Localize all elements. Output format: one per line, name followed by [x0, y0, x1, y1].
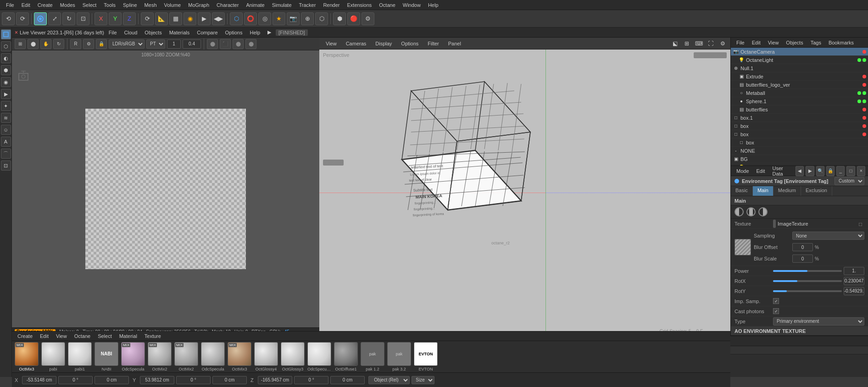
vp-menu-options[interactable]: Options [397, 40, 422, 47]
coord-sx-input[interactable] [95, 376, 129, 384]
lv-menu-help[interactable]: Help [247, 29, 263, 36]
mat-menu-select[interactable]: Select [95, 333, 115, 339]
attr-back-button[interactable]: ◀ [796, 166, 804, 176]
vp-menu-cameras[interactable]: Cameras [342, 40, 370, 47]
lv-lock-button[interactable]: 🔒 [96, 39, 107, 49]
menu-help[interactable]: Help [425, 1, 442, 9]
vp-menu-display[interactable]: Display [372, 40, 395, 47]
lv-menu-options[interactable]: Options [223, 29, 245, 36]
lv-zoom-button[interactable]: ⬤ [28, 39, 39, 49]
lv-box-button[interactable]: ⬛ [220, 39, 231, 49]
menu-character[interactable]: Character [213, 1, 242, 9]
mat-item-octglossy3[interactable]: OctGlossy3 [281, 342, 305, 371]
attr-type-select[interactable]: Primary environment [773, 317, 864, 326]
menu-render[interactable]: Render [320, 1, 343, 9]
obj-row-box1[interactable]: □ box.1 [731, 114, 868, 122]
scale-tool-button[interactable]: ⊡ [77, 12, 89, 25]
vp-menu-view[interactable]: View [322, 40, 340, 47]
mat-menu-create[interactable]: Create [15, 333, 35, 339]
mat-item-nabi[interactable]: NABI NABI [95, 342, 118, 371]
menu-animate[interactable]: Animate [243, 1, 267, 9]
attr-custom-dropdown[interactable]: Custom [835, 177, 864, 185]
vp-camera-front-button[interactable]: ⬕ [670, 39, 680, 49]
obj-row-butterflies-logo[interactable]: ▤ butterflies_logo_ver [731, 81, 868, 89]
attr-blur-offset-input[interactable] [792, 243, 813, 251]
liveviewer-close-button[interactable]: × [15, 29, 18, 36]
menu-spline[interactable]: Spline [120, 1, 140, 9]
mat-menu-view[interactable]: View [53, 333, 70, 339]
attr-icon-right[interactable] [758, 207, 768, 216]
menu-modes[interactable]: Modes [57, 1, 78, 9]
viewport-canvas[interactable]: Perspective OctC. Camera Move → Grid Spa… [319, 50, 730, 336]
sidebar-scene-button[interactable]: ⬡ [1, 41, 11, 51]
attr-sampling-select[interactable]: None [792, 232, 864, 240]
menu-window[interactable]: Window [400, 1, 424, 9]
sidebar-model-button[interactable] [1, 29, 11, 39]
mat-item-octmix2[interactable]: MIX OctMix2 [148, 342, 172, 371]
attr-tab-basic[interactable]: Basic [731, 186, 753, 196]
coord-size-select[interactable]: Size [412, 376, 434, 384]
coord-rx-input[interactable] [58, 376, 93, 384]
texture-preview[interactable] [734, 239, 751, 255]
attr-max-button[interactable]: □ [846, 166, 855, 176]
grid-button[interactable]: ▦ [169, 12, 182, 25]
lv-menu-file[interactable]: File [106, 29, 120, 36]
coord-ry-input[interactable] [176, 376, 211, 384]
octane-icon[interactable] [34, 12, 47, 25]
obj-row-box-b[interactable]: □ box [731, 130, 868, 138]
attr-texture-minimize[interactable]: □ [859, 221, 864, 227]
sidebar-mograph-button[interactable]: ⬢ [1, 65, 11, 75]
obj-row-box-sub[interactable]: □ box [731, 138, 868, 147]
sidebar-motion-button[interactable]: ≋ [1, 113, 11, 123]
attr-roty-input[interactable] [844, 287, 864, 295]
render3-button[interactable]: ◀▶ [212, 12, 225, 25]
mat-item-octmix2b[interactable]: MIX OctMix2 [174, 342, 198, 371]
undo-button[interactable]: ⟲ [2, 12, 15, 25]
attr-rotx-input[interactable] [844, 277, 864, 285]
attr-blur-scale-input[interactable] [792, 254, 813, 263]
sphere-button[interactable]: ⭕ [244, 12, 257, 25]
lv-samples-input[interactable] [167, 39, 181, 49]
attr-cast-photons-checkbox[interactable] [773, 308, 779, 314]
mat-menu-octane[interactable]: Octane [72, 333, 93, 339]
camera-button[interactable]: 📷 [287, 12, 300, 25]
mat-item-odcspecula[interactable]: MIX OdcSpecula [121, 342, 145, 371]
vp-settings-button[interactable]: ⚙ [718, 39, 728, 49]
lv-info-button[interactable]: R [70, 39, 81, 49]
obj-row-octanelight-1[interactable]: 💡 OctaneLight [731, 56, 868, 64]
coord-sz-input[interactable] [330, 376, 365, 384]
mat-item-pak12[interactable]: pak pak 1.2 [361, 342, 384, 371]
attr-forward-button[interactable]: ▶ [806, 166, 814, 176]
move-tool-button[interactable]: ⤢ [48, 12, 61, 25]
mat-item-pak32[interactable]: pak pak 3.2 [387, 342, 411, 371]
menu-extensions[interactable]: Extensions [344, 1, 375, 9]
snap-button[interactable]: 📐 [155, 12, 168, 25]
sidebar-char-button[interactable]: ☺ [1, 125, 11, 135]
mograph-button[interactable]: ⬢ [333, 12, 346, 25]
coord-object-rel-select[interactable]: Object (Rel) [368, 376, 410, 384]
mat-item-octmix3[interactable]: MIX OctMix3 [15, 342, 39, 371]
menu-mesh[interactable]: Mesh [141, 1, 160, 9]
rotate-tool-button[interactable]: ↻ [62, 12, 75, 25]
attr-icon-left[interactable] [734, 207, 744, 216]
attr-rotx-slider[interactable] [773, 280, 842, 282]
menu-tools[interactable]: Tools [100, 1, 119, 9]
lv-value-input[interactable] [183, 39, 201, 49]
render-button[interactable]: ◉ [184, 12, 196, 25]
attr-tab-exclusion[interactable]: Exclusion [801, 186, 832, 196]
lv-menu-materials[interactable]: Materials [167, 29, 193, 36]
sidebar-spline-button[interactable]: ⌒ [1, 149, 11, 159]
attr-tab-main[interactable]: Main [753, 186, 773, 196]
menu-octane[interactable]: Octane [376, 1, 398, 9]
vp-fullscreen-button[interactable]: ⛶ [706, 39, 716, 49]
mat-item-octdiffuse1[interactable]: OctDiffuse1 [334, 342, 358, 371]
menu-select[interactable]: Select [79, 1, 100, 9]
obj-row-metaball[interactable]: ○ Metaball [731, 89, 868, 97]
menu-mograph[interactable]: MoGraph [185, 1, 212, 9]
obj-menu-tags[interactable]: Tags [808, 39, 824, 46]
attr-lock-button[interactable]: 🔒 [826, 166, 835, 176]
y-axis-button[interactable]: Y [109, 12, 122, 25]
mat-item-odcspecula2[interactable]: OdcSpecula [201, 342, 225, 371]
sidebar-render-button[interactable]: ◉ [1, 77, 11, 87]
lv-sphere-button[interactable]: ⬤ [207, 39, 218, 49]
